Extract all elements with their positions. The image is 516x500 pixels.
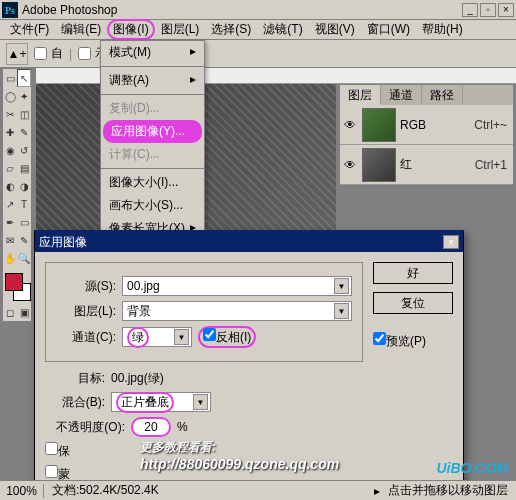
- menu-duplicate: 复制(D)...: [101, 97, 204, 120]
- ok-button[interactable]: 好: [373, 262, 453, 284]
- minimize-button[interactable]: _: [462, 3, 478, 17]
- menu-mode[interactable]: 模式(M): [101, 41, 204, 64]
- color-swatches[interactable]: [3, 271, 31, 303]
- marquee-tool[interactable]: ▭: [3, 69, 17, 87]
- menu-canvas-size[interactable]: 画布大小(S)...: [101, 194, 204, 217]
- source-label: 源(S):: [56, 278, 116, 295]
- menu-view[interactable]: 视图(V): [309, 19, 361, 40]
- menu-help[interactable]: 帮助(H): [416, 19, 469, 40]
- preview-checkbox[interactable]: 预览(P): [373, 332, 453, 350]
- auto-select-checkbox[interactable]: 自: [34, 45, 63, 62]
- opacity-input[interactable]: [131, 417, 171, 437]
- screen-mode[interactable]: ▣: [17, 303, 31, 321]
- wand-tool[interactable]: ✦: [17, 87, 31, 105]
- cancel-button[interactable]: 复位: [373, 292, 453, 314]
- path-tool[interactable]: ↗: [3, 195, 17, 213]
- target-value: 00.jpg(绿): [111, 370, 164, 387]
- menu-layer[interactable]: 图层(L): [155, 19, 206, 40]
- tab-layers[interactable]: 图层: [340, 85, 381, 105]
- move-tool-icon[interactable]: ▲+: [6, 43, 28, 65]
- shape-tool[interactable]: ▭: [17, 213, 31, 231]
- eye-icon[interactable]: 👁: [342, 118, 358, 132]
- invert-checkbox[interactable]: 反相(I): [198, 326, 256, 348]
- channel-label: 通道(C):: [56, 329, 116, 346]
- stamp-tool[interactable]: ◉: [3, 141, 17, 159]
- source-select[interactable]: 00.jpg▼: [122, 276, 352, 296]
- tab-channels[interactable]: 通道: [381, 85, 422, 105]
- menu-window[interactable]: 窗口(W): [361, 19, 416, 40]
- chevron-down-icon: ▼: [334, 278, 349, 294]
- eyedropper-tool[interactable]: ✎: [17, 231, 31, 249]
- menu-adjustments[interactable]: 调整(A): [101, 69, 204, 92]
- eye-icon[interactable]: 👁: [342, 158, 358, 172]
- preserve-checkbox[interactable]: 保: [45, 442, 70, 460]
- menu-file[interactable]: 文件(F): [4, 19, 55, 40]
- gradient-tool[interactable]: ▤: [17, 159, 31, 177]
- chevron-down-icon: ▼: [193, 394, 208, 410]
- foreground-swatch[interactable]: [5, 273, 23, 291]
- eraser-tool[interactable]: ▱: [3, 159, 17, 177]
- toolbox: ▭↖ ◯✦ ✂◫ ✚✎ ◉↺ ▱▤ ◐◑ ↗T ✒▭ ✉✎ ✋🔍 ◻▣: [2, 68, 32, 322]
- chevron-down-icon: ▼: [174, 329, 189, 345]
- history-tool[interactable]: ↺: [17, 141, 31, 159]
- blend-select[interactable]: 正片叠底▼: [111, 392, 211, 412]
- channel-thumb-red: [362, 148, 396, 182]
- menu-image-size[interactable]: 图像大小(I)...: [101, 171, 204, 194]
- window-title: Adobe Photoshop: [22, 3, 462, 17]
- chevron-down-icon: ▼: [334, 303, 349, 319]
- dialog-close-button[interactable]: ×: [443, 235, 459, 249]
- brush-tool[interactable]: ✎: [17, 123, 31, 141]
- zoom-level[interactable]: 100%: [0, 484, 44, 498]
- channel-rgb[interactable]: 👁 RGB Ctrl+~: [340, 105, 513, 145]
- status-tip: 点击并拖移以移动图层: [380, 482, 516, 499]
- opacity-label: 不透明度(O):: [45, 419, 125, 436]
- doc-info: 文档:502.4K/502.4K: [44, 482, 374, 499]
- channel-select[interactable]: 绿▼: [122, 327, 192, 347]
- move-tool[interactable]: ↖: [17, 69, 31, 87]
- mask-mode[interactable]: ◻: [3, 303, 17, 321]
- menubar: 文件(F) 编辑(E) 图像(I) 图层(L) 选择(S) 滤镜(T) 视图(V…: [0, 20, 516, 40]
- opacity-unit: %: [177, 420, 188, 434]
- menu-image[interactable]: 图像(I): [107, 19, 154, 40]
- heal-tool[interactable]: ✚: [3, 123, 17, 141]
- menu-filter[interactable]: 滤镜(T): [257, 19, 308, 40]
- photoshop-icon: [2, 2, 18, 18]
- dodge-tool[interactable]: ◑: [17, 177, 31, 195]
- hand-tool[interactable]: ✋: [3, 249, 17, 267]
- target-label: 目标:: [45, 370, 105, 387]
- blur-tool[interactable]: ◐: [3, 177, 17, 195]
- blend-label: 混合(B):: [45, 394, 105, 411]
- menu-edit[interactable]: 编辑(E): [55, 19, 107, 40]
- option-bar: ▲+ 自 | 示变换界框: [0, 40, 516, 68]
- type-tool[interactable]: T: [17, 195, 31, 213]
- watermark-text: 更多教程看看: http://88060099.qzone.qq.com: [140, 439, 339, 472]
- menu-select[interactable]: 选择(S): [205, 19, 257, 40]
- slice-tool[interactable]: ◫: [17, 105, 31, 123]
- layer-label: 图层(L):: [56, 303, 116, 320]
- crop-tool[interactable]: ✂: [3, 105, 17, 123]
- notes-tool[interactable]: ✉: [3, 231, 17, 249]
- watermark-site: UiBO.COM: [436, 460, 508, 476]
- tab-paths[interactable]: 路径: [422, 85, 463, 105]
- layer-select[interactable]: 背景▼: [122, 301, 352, 321]
- lasso-tool[interactable]: ◯: [3, 87, 17, 105]
- close-button[interactable]: ×: [498, 3, 514, 17]
- dialog-title[interactable]: 应用图像 ×: [35, 232, 463, 252]
- statusbar: 100% 文档:502.4K/502.4K ▸ 点击并拖移以移动图层: [0, 480, 516, 500]
- channel-thumb-rgb: [362, 108, 396, 142]
- layers-panel: 图层 通道 路径 👁 RGB Ctrl+~ 👁 红 Ctrl+1: [339, 84, 514, 186]
- channel-red[interactable]: 👁 红 Ctrl+1: [340, 145, 513, 185]
- titlebar: Adobe Photoshop _ ▫ ×: [0, 0, 516, 20]
- menu-apply-image[interactable]: 应用图像(Y)...: [103, 120, 202, 143]
- zoom-tool[interactable]: 🔍: [17, 249, 31, 267]
- pen-tool[interactable]: ✒: [3, 213, 17, 231]
- menu-calculations: 计算(C)...: [101, 143, 204, 166]
- maximize-button[interactable]: ▫: [480, 3, 496, 17]
